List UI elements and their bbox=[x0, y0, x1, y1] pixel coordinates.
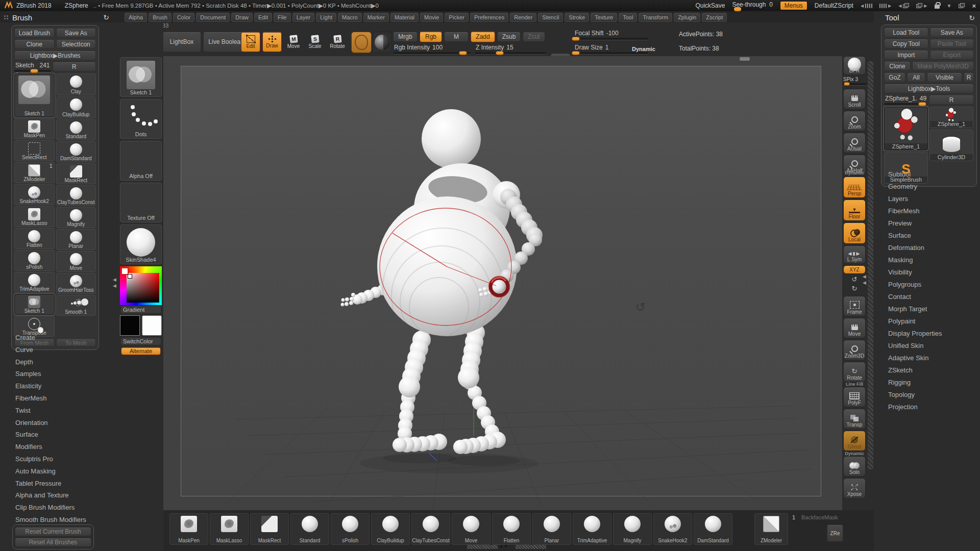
brush-item[interactable]: GroomHairToss bbox=[56, 273, 96, 294]
tool-subpalette-item[interactable]: FiberMesh bbox=[888, 205, 942, 217]
m-button[interactable]: M bbox=[444, 32, 469, 42]
zre-button[interactable]: ZRe bbox=[827, 524, 843, 542]
tray-brush-item[interactable]: MaskLasso bbox=[210, 513, 249, 545]
main-color-swatch[interactable] bbox=[120, 315, 140, 336]
ui-slider-right-icon[interactable]: ▶ bbox=[879, 4, 891, 8]
brush-subpalette-item[interactable]: Tablet Pressure bbox=[15, 478, 86, 490]
tool-subpalette-item[interactable]: Visibility bbox=[888, 266, 942, 279]
brush-item[interactable]: Clay bbox=[56, 73, 96, 95]
palette-refresh-icon[interactable]: ↻ bbox=[103, 13, 109, 21]
brush-item[interactable]: MaskLasso bbox=[14, 206, 55, 227]
tray-brush-item[interactable]: MaskPen bbox=[169, 513, 208, 545]
tray-selector[interactable]: Texture Off bbox=[120, 183, 162, 222]
make-polymesh3d-button[interactable]: Make PolyMesh3D bbox=[912, 61, 974, 71]
tool-subpalette-item[interactable]: Rigging bbox=[888, 377, 942, 389]
menu-item[interactable]: Preferences bbox=[470, 13, 508, 22]
slider-handle[interactable] bbox=[918, 102, 926, 106]
save-as-button[interactable]: Save As bbox=[56, 28, 96, 38]
brush-subpalette-item[interactable]: FiberMesh bbox=[15, 392, 86, 405]
brush-subpalette-item[interactable]: Twist bbox=[15, 405, 86, 417]
brush-item[interactable]: TrimAdaptive bbox=[14, 272, 55, 293]
menu-item[interactable]: Brush bbox=[149, 13, 172, 22]
recent-tool-thumbnail[interactable]: ZSphere_1 bbox=[929, 107, 973, 128]
menu-item[interactable]: Tool bbox=[619, 13, 637, 22]
tray-brush-item[interactable]: Move bbox=[452, 513, 491, 545]
menu-item[interactable]: Stencil bbox=[538, 13, 563, 22]
brush-item[interactable]: Sketch 1 bbox=[14, 294, 55, 315]
zadd-button[interactable]: Zadd bbox=[471, 31, 495, 42]
transparency-button[interactable]: Transp bbox=[843, 409, 866, 429]
tool-subpalette-item[interactable]: Unified Skin bbox=[888, 340, 942, 352]
brush-item[interactable]: Standard bbox=[56, 119, 96, 140]
load-brush-button[interactable]: Load Brush bbox=[14, 28, 55, 38]
see-through-slider[interactable]: See-through 0 bbox=[732, 1, 772, 10]
minimize-button[interactable]: ▼ bbox=[947, 3, 952, 9]
tray-brush-item[interactable]: ClayBuildup bbox=[371, 513, 410, 545]
tray-brush-item[interactable]: Standard bbox=[290, 513, 329, 545]
window-prev-icon[interactable]: ◀ bbox=[898, 3, 909, 8]
goz-button[interactable]: GoZ bbox=[884, 72, 905, 82]
tool-subpalette-item[interactable]: Surface bbox=[888, 230, 942, 242]
reset-current-brush-button[interactable]: Reset Current Brush bbox=[15, 527, 91, 536]
scale-button[interactable]: SScale bbox=[305, 32, 325, 52]
rgb-button[interactable]: Rgb bbox=[420, 31, 442, 42]
brush-subpalette-item[interactable]: Samples bbox=[15, 368, 86, 380]
current-material-button[interactable] bbox=[373, 32, 392, 53]
brush-item[interactable]: Move bbox=[56, 251, 96, 272]
tray-selector[interactable]: Sketch 1 bbox=[120, 57, 162, 97]
tray-selector[interactable]: Alpha Off bbox=[120, 141, 162, 181]
mrgb-button[interactable]: Mrgb bbox=[393, 32, 418, 42]
brush-item[interactable]: MaskRect bbox=[56, 163, 96, 184]
actual-button[interactable]: Actual bbox=[843, 133, 866, 153]
clone-brush-button[interactable]: Clone bbox=[14, 39, 55, 49]
tray-brush-item[interactable]: sPolish bbox=[331, 513, 370, 545]
lightbox-brushes-button[interactable]: Lightbox▶Brushes bbox=[14, 51, 96, 60]
lock-icon[interactable] bbox=[935, 5, 940, 9]
tool-item-slider[interactable]: ZSphere_1.49 bbox=[884, 95, 927, 105]
tool-subpalette-item[interactable]: Topology bbox=[888, 389, 942, 401]
brush-subpalette-item[interactable]: Alpha and Texture bbox=[15, 489, 86, 502]
tool-subpalette-item[interactable]: Polygroups bbox=[888, 279, 942, 291]
brush-item[interactable]: 1 ZModeler bbox=[14, 162, 55, 183]
left-tray-collapse-arrow[interactable]: ◀ bbox=[113, 284, 116, 288]
menu-item[interactable]: Zscript bbox=[702, 13, 727, 22]
tray-brush-item[interactable]: Flatten bbox=[492, 513, 531, 545]
spin-ccw-icon[interactable]: ↺ bbox=[843, 276, 866, 283]
menu-item[interactable]: Zplugin bbox=[674, 13, 700, 22]
restore-button[interactable] bbox=[959, 3, 965, 8]
spin-cw-icon[interactable]: ↻ bbox=[843, 285, 866, 292]
tray-brush-item[interactable]: MaskRect bbox=[250, 513, 289, 545]
rotate-3d-button[interactable]: ↻Rotate bbox=[843, 362, 866, 382]
scroll-button[interactable]: Scroll bbox=[843, 89, 866, 109]
edit-button[interactable]: Edit bbox=[241, 32, 260, 52]
brush-item[interactable]: SnakeHook2 bbox=[14, 184, 55, 205]
menu-item[interactable]: Material bbox=[390, 13, 419, 22]
xyz-button[interactable]: XYZ bbox=[843, 265, 866, 274]
slider-handle[interactable] bbox=[844, 82, 850, 86]
current-tool-thumbnail[interactable]: ZSphere_1 bbox=[884, 107, 928, 151]
menu-item[interactable]: Layer bbox=[292, 13, 315, 22]
brush-item[interactable]: sPolish bbox=[14, 250, 55, 271]
slider-handle[interactable] bbox=[572, 37, 580, 41]
brush-item[interactable]: Planar bbox=[56, 229, 96, 250]
default-zscript-button[interactable]: DefaultZScript bbox=[815, 2, 853, 9]
tray-divider-hatch[interactable] bbox=[467, 545, 498, 549]
move-button[interactable]: MMove bbox=[284, 32, 303, 52]
brush-subpalette-item[interactable]: Auto Masking bbox=[15, 465, 86, 478]
bpr-button[interactable]: BPR bbox=[843, 56, 866, 75]
brush-subpalette-item[interactable]: Orientation bbox=[15, 417, 86, 429]
tool-subpalette-item[interactable]: Preview bbox=[888, 217, 942, 230]
zsub-button[interactable]: Zsub bbox=[497, 32, 521, 42]
color-picker[interactable] bbox=[120, 266, 162, 305]
menu-item[interactable]: Document bbox=[196, 13, 230, 22]
tray-divider-hatch[interactable] bbox=[516, 545, 546, 549]
menu-item[interactable]: Transform bbox=[639, 13, 672, 22]
brush-subpalette-item[interactable]: Curve bbox=[15, 344, 86, 356]
menu-item[interactable]: Marker bbox=[363, 13, 389, 22]
brush-item[interactable]: ClayTubesConst bbox=[56, 185, 96, 206]
clone-tool-button[interactable]: Clone bbox=[884, 61, 911, 71]
tool-subpalette-item[interactable]: Contact bbox=[888, 291, 942, 303]
tray-selector[interactable]: SkinShade4 bbox=[120, 224, 162, 264]
load-tool-button[interactable]: Load Tool bbox=[884, 28, 928, 37]
zoom3d-button[interactable]: Zoom3D bbox=[843, 340, 866, 360]
